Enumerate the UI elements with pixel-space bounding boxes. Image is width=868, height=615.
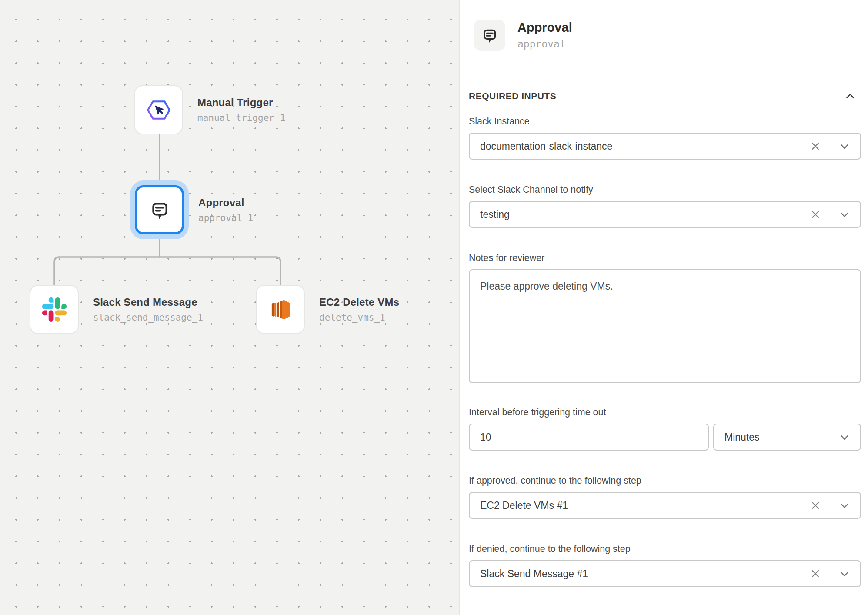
slack-instance-dropdown-button[interactable] bbox=[838, 140, 851, 152]
node-title: EC2 Delete VMs bbox=[319, 296, 399, 308]
slack-channel-select[interactable]: testing bbox=[469, 201, 861, 228]
clear-x-icon bbox=[810, 500, 821, 511]
node-id: manual_trigger_1 bbox=[197, 113, 285, 123]
panel-body: REQUIRED INPUTS Slack Instance documenta… bbox=[460, 90, 868, 587]
approval-comment-icon bbox=[474, 20, 505, 51]
approved-step-select[interactable]: EC2 Delete VMs #1 bbox=[469, 492, 861, 519]
node-id: delete_vms_1 bbox=[319, 312, 399, 323]
slack-channel-value: testing bbox=[480, 209, 810, 221]
chevron-down-icon bbox=[838, 568, 851, 580]
notes-textarea[interactable]: Please approve deleting VMs. bbox=[469, 269, 861, 383]
slack-instance-value: documentation-slack-instance bbox=[480, 140, 810, 152]
node-slack-send-message-box[interactable] bbox=[30, 285, 79, 334]
workflow-canvas[interactable]: Manual Trigger manual_trigger_1 Approval… bbox=[0, 0, 459, 615]
node-approval-box[interactable] bbox=[135, 185, 184, 234]
slack-channel-label: Select Slack Channel to notify bbox=[469, 184, 861, 195]
clear-x-icon bbox=[810, 209, 821, 220]
chevron-up-icon bbox=[845, 90, 856, 102]
panel-subtitle: approval bbox=[517, 38, 572, 50]
chevron-down-icon bbox=[838, 499, 851, 511]
slack-channel-clear-button[interactable] bbox=[810, 209, 821, 220]
denied-step-value: Slack Send Message #1 bbox=[480, 568, 810, 580]
node-slack-send-message-label: Slack Send Message slack_send_message_1 bbox=[93, 296, 203, 323]
node-id: slack_send_message_1 bbox=[93, 312, 203, 323]
node-slack-send-message: Slack Send Message slack_send_message_1 bbox=[30, 285, 203, 334]
interval-unit-dropdown-button[interactable] bbox=[838, 431, 851, 443]
workflow-builder-app: Manual Trigger manual_trigger_1 Approval… bbox=[0, 0, 868, 615]
denied-step-select[interactable]: Slack Send Message #1 bbox=[469, 560, 861, 587]
denied-step-dropdown-button[interactable] bbox=[838, 568, 851, 580]
node-manual-trigger-label: Manual Trigger manual_trigger_1 bbox=[197, 97, 285, 123]
manual-trigger-hexagon-cursor-icon bbox=[146, 99, 171, 121]
panel-header: Approval approval bbox=[460, 0, 868, 70]
approved-step-label: If approved, continue to the following s… bbox=[469, 475, 861, 486]
node-approval: Approval approval_1 bbox=[135, 185, 253, 234]
node-title: Approval bbox=[198, 197, 253, 209]
node-manual-trigger-box[interactable] bbox=[134, 85, 183, 134]
slack-instance-select[interactable]: documentation-slack-instance bbox=[469, 133, 861, 160]
required-inputs-label: REQUIRED INPUTS bbox=[469, 91, 556, 101]
node-ec2-delete-vms-box[interactable] bbox=[256, 285, 305, 334]
required-inputs-header: REQUIRED INPUTS bbox=[469, 90, 861, 102]
chevron-down-icon bbox=[838, 208, 851, 221]
chevron-down-icon bbox=[838, 431, 851, 443]
interval-value-input[interactable] bbox=[469, 424, 709, 451]
denied-step-clear-button[interactable] bbox=[810, 568, 821, 579]
node-title: Slack Send Message bbox=[93, 296, 203, 308]
slack-instance-clear-button[interactable] bbox=[810, 140, 821, 152]
node-id: approval_1 bbox=[198, 213, 253, 223]
node-ec2-delete-vms-label: EC2 Delete VMs delete_vms_1 bbox=[319, 296, 399, 323]
aws-ec2-icon bbox=[267, 296, 294, 323]
approved-step-clear-button[interactable] bbox=[810, 500, 821, 511]
chevron-down-icon bbox=[838, 140, 851, 152]
panel-title: Approval bbox=[517, 20, 572, 35]
node-manual-trigger: Manual Trigger manual_trigger_1 bbox=[134, 85, 285, 134]
approval-comment-icon bbox=[149, 199, 170, 221]
node-title: Manual Trigger bbox=[197, 97, 285, 109]
slack-instance-label: Slack Instance bbox=[469, 116, 861, 127]
slack-channel-dropdown-button[interactable] bbox=[838, 208, 851, 221]
clear-x-icon bbox=[810, 140, 821, 152]
notes-label: Notes for reviewer bbox=[469, 253, 861, 264]
denied-step-label: If denied, continue to the following ste… bbox=[469, 544, 861, 555]
approved-step-dropdown-button[interactable] bbox=[838, 499, 851, 511]
interval-label: Interval before triggering time out bbox=[469, 407, 861, 418]
interval-unit-select[interactable]: Minutes bbox=[713, 424, 861, 451]
slack-logo-icon bbox=[42, 297, 67, 322]
node-ec2-delete-vms: EC2 Delete VMs delete_vms_1 bbox=[256, 285, 399, 334]
clear-x-icon bbox=[810, 568, 821, 579]
approved-step-value: EC2 Delete VMs #1 bbox=[480, 500, 810, 511]
interval-row: Minutes bbox=[469, 424, 861, 451]
step-details-panel: Approval approval REQUIRED INPUTS Slack … bbox=[459, 0, 868, 615]
panel-header-text: Approval approval bbox=[517, 20, 572, 50]
interval-unit-value: Minutes bbox=[724, 431, 838, 443]
section-collapse-button[interactable] bbox=[845, 90, 856, 102]
node-approval-label: Approval approval_1 bbox=[198, 197, 253, 223]
